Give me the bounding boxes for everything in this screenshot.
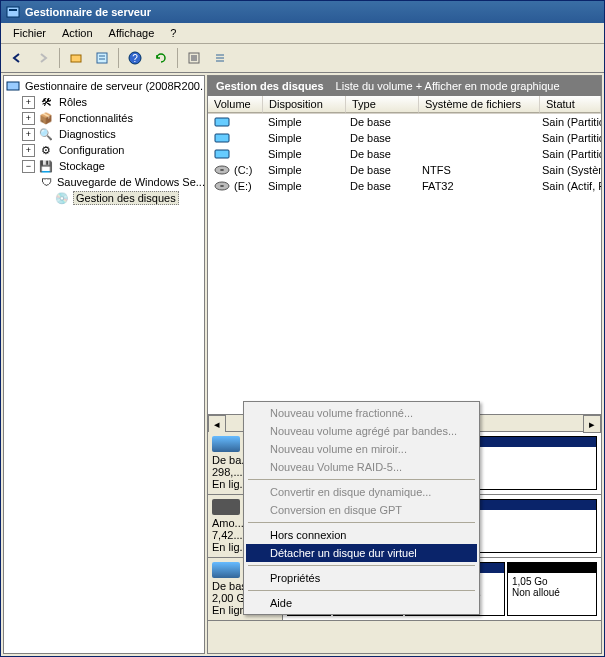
menu-view[interactable]: Affichage [101, 25, 163, 41]
ctx-conv-dynamic: Convertir en disque dynamique... [246, 483, 477, 501]
window-title: Gestionnaire de serveur [25, 6, 151, 18]
expand-icon[interactable]: + [22, 96, 35, 109]
tree-disk-mgmt[interactable]: 💿Gestion des disques [38, 190, 202, 206]
ctx-new-raid5: Nouveau Volume RAID-5... [246, 458, 477, 476]
context-menu: Nouveau volume fractionné... Nouveau vol… [243, 401, 480, 615]
volume-header: Volume Disposition Type Système de fichi… [208, 96, 601, 114]
ctx-help[interactable]: Aide [246, 594, 477, 612]
help-button[interactable]: ? [123, 46, 147, 70]
volume-body: SimpleDe baseSain (Partition principale)… [208, 114, 601, 414]
tree-roles[interactable]: +🛠Rôles [22, 94, 202, 110]
ctx-separator [248, 522, 475, 523]
menu-action[interactable]: Action [54, 25, 101, 41]
col-status[interactable]: Statut [540, 96, 601, 113]
menu-file[interactable]: Fichier [5, 25, 54, 41]
ctx-new-striped: Nouveau volume agrégé par bandes... [246, 422, 477, 440]
toolbar: ? [1, 44, 604, 73]
settings-button[interactable] [182, 46, 206, 70]
server-icon [5, 4, 21, 20]
toolbar-separator [59, 48, 60, 68]
scroll-right-icon[interactable]: ▸ [583, 415, 601, 433]
volume-list: Volume Disposition Type Système de fichi… [208, 96, 601, 414]
svg-point-20 [220, 185, 224, 187]
tree-storage[interactable]: −💾Stockage [22, 158, 202, 174]
volume-row[interactable]: (E:)SimpleDe baseFAT32Sain (Actif, Parti… [208, 178, 601, 194]
tree-root-item[interactable]: Gestionnaire de serveur (2008R200...) [6, 78, 202, 94]
tree-backup[interactable]: 🛡Sauvegarde de Windows Se... [38, 174, 202, 190]
explore-button[interactable] [64, 46, 88, 70]
tree-features[interactable]: +📦Fonctionnalités [22, 110, 202, 126]
svg-point-18 [220, 169, 224, 171]
menubar: Fichier Action Affichage ? [1, 23, 604, 44]
col-type[interactable]: Type [346, 96, 419, 113]
roles-icon: 🛠 [38, 94, 54, 110]
config-icon: ⚙ [38, 142, 54, 158]
tree-pane: Gestionnaire de serveur (2008R200...) +🛠… [3, 75, 205, 654]
volume-row[interactable]: SimpleDe baseSain (Partition principale) [208, 130, 601, 146]
tree-diagnostics[interactable]: +🔍Diagnostics [22, 126, 202, 142]
scroll-left-icon[interactable]: ◂ [208, 415, 226, 433]
svg-rect-15 [215, 134, 229, 142]
col-disposition[interactable]: Disposition [263, 96, 346, 113]
toolbar-separator [177, 48, 178, 68]
storage-icon: 💾 [38, 158, 54, 174]
ctx-new-mirror: Nouveau volume en miroir... [246, 440, 477, 458]
disk-icon [212, 562, 240, 578]
svg-rect-13 [7, 82, 19, 90]
ctx-conv-gpt: Conversion en disque GPT [246, 501, 477, 519]
expand-icon[interactable]: + [22, 112, 35, 125]
collapse-icon[interactable]: − [22, 160, 35, 173]
col-volume[interactable]: Volume [208, 96, 263, 113]
ctx-separator [248, 565, 475, 566]
forward-button [31, 46, 55, 70]
menu-help[interactable]: ? [162, 25, 184, 41]
ctx-new-spanned: Nouveau volume fractionné... [246, 404, 477, 422]
panel-subtitle: Liste du volume + Afficher en mode graph… [336, 80, 560, 92]
ctx-properties[interactable]: Propriétés [246, 569, 477, 587]
expand-icon[interactable]: + [22, 144, 35, 157]
svg-rect-14 [215, 118, 229, 126]
partition-unallocated[interactable]: 1,05 GoNon alloué [507, 562, 597, 616]
svg-rect-1 [9, 9, 17, 11]
svg-rect-16 [215, 150, 229, 158]
svg-rect-2 [71, 55, 81, 62]
svg-rect-0 [7, 7, 19, 17]
ctx-detach-vhd[interactable]: Détacher un disque dur virtuel [246, 544, 477, 562]
diag-icon: 🔍 [38, 126, 54, 142]
svg-rect-3 [97, 53, 107, 63]
svg-text:?: ? [132, 53, 138, 64]
ctx-separator [248, 590, 475, 591]
titlebar: Gestionnaire de serveur [1, 1, 604, 23]
back-button[interactable] [5, 46, 29, 70]
volume-row[interactable]: SimpleDe baseSain (Partition principale) [208, 114, 601, 130]
backup-icon: 🛡 [41, 174, 52, 190]
expand-icon[interactable]: + [22, 128, 35, 141]
svg-rect-9 [191, 55, 197, 61]
properties-button[interactable] [90, 46, 114, 70]
panel-title: Gestion des disques [216, 80, 324, 92]
disk-icon [212, 436, 240, 452]
ctx-offline[interactable]: Hors connexion [246, 526, 477, 544]
volume-row[interactable]: SimpleDe baseSain (Partition principale) [208, 146, 601, 162]
ctx-separator [248, 479, 475, 480]
volume-row[interactable]: (C:)SimpleDe baseNTFSSain (Système, Déma… [208, 162, 601, 178]
refresh-button[interactable] [149, 46, 173, 70]
toolbar-separator [118, 48, 119, 68]
features-icon: 📦 [38, 110, 54, 126]
panel-header: Gestion des disques Liste du volume + Af… [208, 76, 601, 96]
disk-icon [212, 499, 240, 515]
disk-icon: 💿 [54, 190, 70, 206]
col-filesystem[interactable]: Système de fichiers [419, 96, 540, 113]
server-icon [6, 78, 20, 94]
tree-config[interactable]: +⚙Configuration [22, 142, 202, 158]
list-button[interactable] [208, 46, 232, 70]
